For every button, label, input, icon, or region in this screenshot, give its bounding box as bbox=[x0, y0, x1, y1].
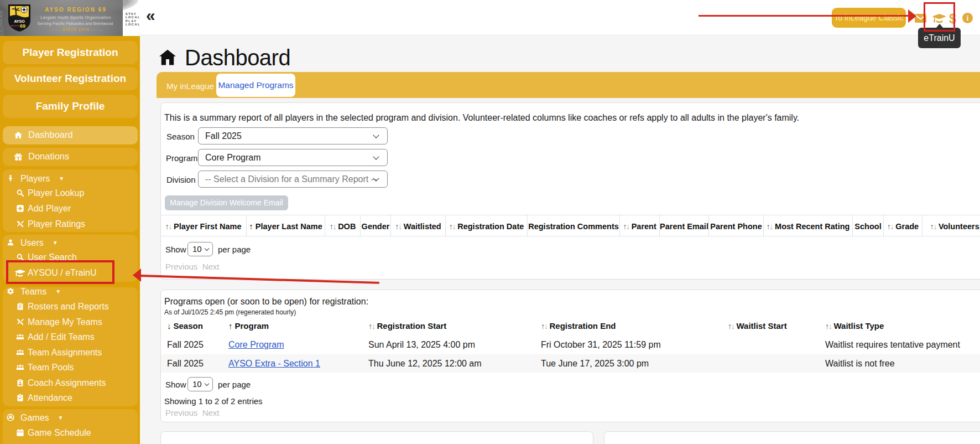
svg-text:REGION: REGION bbox=[11, 24, 19, 27]
svg-text:69: 69 bbox=[20, 23, 25, 29]
svg-text:AYSO: AYSO bbox=[14, 19, 25, 23]
